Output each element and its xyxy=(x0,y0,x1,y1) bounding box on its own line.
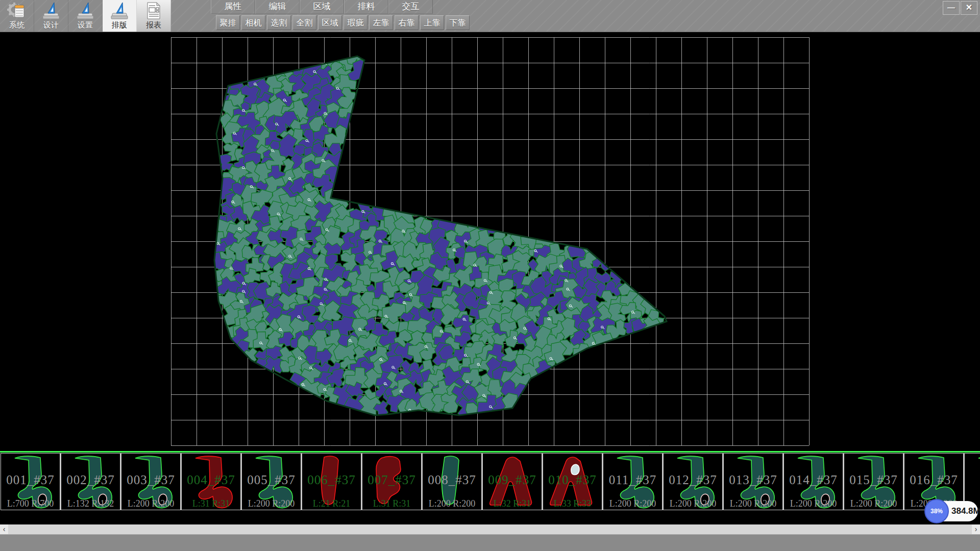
menu-item-3[interactable]: 区域 xyxy=(300,0,344,14)
nav-button-2[interactable]: 设计 xyxy=(34,0,68,32)
piece-name: 006_#37 xyxy=(302,473,361,487)
piece-lr-count: L:200 R:200 xyxy=(242,498,301,509)
tool-button-8[interactable]: 右靠 xyxy=(395,15,419,30)
tool-button-3[interactable]: 选割 xyxy=(267,15,291,30)
memory-size-label: 384.8M xyxy=(951,501,980,521)
piece-lr-count: L:31 R:31 xyxy=(362,498,421,509)
nav-button-label: 设置 xyxy=(78,20,93,30)
thumbnail-cell-5[interactable]: 005_#37L:200 R:200 xyxy=(241,453,302,510)
piece-name: 011_#37 xyxy=(603,473,662,487)
thumbnail-cell-4[interactable]: 004_#37L:31 R:31 xyxy=(181,453,241,510)
progress-circle: 38% xyxy=(924,499,949,523)
thumbnail-cell-6[interactable]: 006_#37L:21 R:21 xyxy=(302,453,362,510)
report-icon xyxy=(143,1,164,20)
menu-item-4[interactable]: 排料 xyxy=(344,0,388,14)
status-bar xyxy=(0,534,980,551)
piece-lr-count: L:200 R:200 xyxy=(724,498,782,509)
close-button[interactable]: ✕ xyxy=(961,1,977,15)
set-square-icon xyxy=(41,1,61,20)
set-square-icon xyxy=(75,1,95,20)
menu-item-1[interactable]: 属性 xyxy=(211,0,255,14)
piece-name: 003_#37 xyxy=(121,473,180,487)
piece-thumbnail-strip: 001_#37L:700 R:700002_#37L:132 R:132003_… xyxy=(0,451,980,524)
scroll-left-icon[interactable]: ‹ xyxy=(0,524,8,534)
nesting-canvas[interactable] xyxy=(0,32,980,451)
piece-lr-count: L:200 R:200 xyxy=(784,498,843,509)
piece-lr-count: L:700 R:700 xyxy=(1,498,60,509)
piece-lr-count: L:200 R:200 xyxy=(121,498,180,509)
toolbar: 聚排相机选割全割区域瑕疵左靠右靠上靠下靠 xyxy=(216,15,470,30)
thumbnail-cell-15[interactable]: 015_#37L:200 R:200 xyxy=(844,453,904,510)
piece-lr-count: L:33 R:33 xyxy=(543,498,602,509)
piece-name: 001_#37 xyxy=(1,473,60,487)
minimize-button[interactable]: — xyxy=(943,1,960,15)
piece-lr-count: L:31 R:31 xyxy=(182,498,240,509)
gear-icon xyxy=(7,1,27,20)
tool-button-2[interactable]: 相机 xyxy=(241,15,265,30)
thumbnail-cell-12[interactable]: 012_#37L:200 R:200 xyxy=(663,453,723,510)
piece-lr-count: L:200 R:200 xyxy=(603,498,662,509)
memory-usage-badge: 38% 384.8M xyxy=(926,501,978,521)
piece-name: 015_#37 xyxy=(844,473,903,487)
scroll-right-icon[interactable]: › xyxy=(972,524,980,534)
thumbnail-cell-3[interactable]: 003_#37L:200 R:200 xyxy=(121,453,181,510)
piece-lr-count: L:200 R:200 xyxy=(664,498,722,509)
tool-button-5[interactable]: 区域 xyxy=(318,15,342,30)
titlebar: 系统设计设置排版报表 属性编辑区域排料交互 聚排相机选割全割区域瑕疵左靠右靠上靠… xyxy=(0,0,980,32)
piece-name: 005_#37 xyxy=(242,473,301,487)
piece-name: 004_#37 xyxy=(182,473,240,487)
nav-button-5[interactable]: 报表 xyxy=(137,0,171,32)
nav-button-bar: 系统设计设置排版报表 xyxy=(0,0,171,32)
thumbnail-cell-2[interactable]: 002_#37L:132 R:132 xyxy=(61,453,121,510)
tool-button-7[interactable]: 左靠 xyxy=(369,15,393,30)
piece-name: 016_#37 xyxy=(904,473,963,487)
piece-name: 012_#37 xyxy=(664,473,722,487)
thumbnail-cell-7[interactable]: 007_#37L:31 R:31 xyxy=(362,453,422,510)
piece-name: 008_#37 xyxy=(423,473,481,487)
horizontal-scrollbar[interactable]: ‹ › xyxy=(0,524,980,534)
thumbnail-cell-8[interactable]: 008_#37L:200 R:200 xyxy=(422,453,482,510)
piece-lr-count: L:132 R:132 xyxy=(61,498,120,509)
strip-top-line xyxy=(0,451,980,453)
thumbnail-cell-11[interactable]: 011_#37L:200 R:200 xyxy=(603,453,663,510)
thumbnail-strip-cells: 001_#37L:700 R:700002_#37L:132 R:132003_… xyxy=(1,453,980,510)
thumbnail-cell-10[interactable]: 010_#37L:33 R:33 xyxy=(543,453,603,510)
piece-name: 013_#37 xyxy=(724,473,782,487)
piece-name: 002_#37 xyxy=(61,473,120,487)
nav-button-label: 系统 xyxy=(9,20,24,30)
thumbnail-cell-1[interactable]: 001_#37L:700 R:700 xyxy=(1,453,61,510)
set-square-icon xyxy=(109,1,130,20)
piece-name: 007_#37 xyxy=(362,473,421,487)
nav-button-label: 设计 xyxy=(43,20,59,30)
tool-button-9[interactable]: 上靠 xyxy=(420,15,444,30)
piece-lr-count: L:200 R:200 xyxy=(423,498,481,509)
nav-button-label: 排版 xyxy=(112,20,127,30)
menu-bar: 属性编辑区域排料交互 xyxy=(211,0,433,14)
nav-button-3[interactable]: 设置 xyxy=(68,0,103,32)
tool-button-6[interactable]: 瑕疵 xyxy=(344,15,368,30)
tool-button-1[interactable]: 聚排 xyxy=(216,15,240,30)
nav-button-4[interactable]: 排版 xyxy=(103,0,137,32)
piece-lr-count: L:32 R:31 xyxy=(483,498,542,509)
thumbnail-cell-13[interactable]: 013_#37L:200 R:200 xyxy=(723,453,783,510)
thumbnail-cell-14[interactable]: 014_#37L:200 R:200 xyxy=(783,453,844,510)
nav-button-1[interactable]: 系统 xyxy=(0,0,34,32)
tool-button-10[interactable]: 下靠 xyxy=(446,15,470,30)
piece-name: 009_#37 xyxy=(483,473,542,487)
tool-button-4[interactable]: 全割 xyxy=(292,15,316,30)
thumbnail-cell-9[interactable]: 009_#37L:32 R:31 xyxy=(482,453,543,510)
nav-button-label: 报表 xyxy=(146,20,161,30)
piece-lr-count: L:21 R:21 xyxy=(302,498,361,509)
piece-lr-count: L:200 R:200 xyxy=(844,498,903,509)
nesting-canvas-area[interactable] xyxy=(0,32,980,451)
menu-item-5[interactable]: 交互 xyxy=(388,0,433,14)
menu-item-2[interactable]: 编辑 xyxy=(255,0,300,14)
piece-name: 010_#37 xyxy=(543,473,602,487)
piece-name: 014_#37 xyxy=(784,473,843,487)
